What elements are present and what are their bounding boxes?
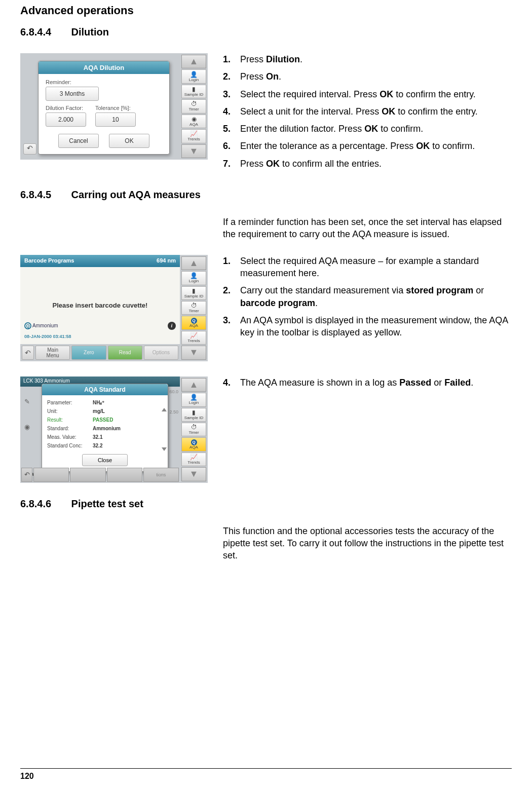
- section-title: Carring out AQA measures: [71, 189, 201, 200]
- sample-id-button[interactable]: ▮Sample ID: [181, 286, 206, 300]
- list-item: 3.Select the required interval. Press OK…: [223, 88, 512, 100]
- screenshot-barcode-programs: Barcode Programs 694 nm Please insert ba…: [20, 255, 208, 361]
- timer-button[interactable]: ⏱Timer: [181, 99, 206, 113]
- section-number: 6.8.4.4: [20, 26, 68, 38]
- dialog-aqa-dilution: AQA Dilution Reminder: 3 Months Dilution…: [38, 61, 170, 155]
- result-row: Parameter:NH₄⁺: [47, 398, 163, 407]
- result-row: Meas. Value:32.1: [47, 433, 163, 441]
- zero-button[interactable]: Zero: [71, 346, 106, 360]
- list-item: 4.Select a unit for the interval. Press …: [223, 105, 512, 118]
- dialog-title: AQA Dilution: [39, 61, 169, 74]
- back-button[interactable]: ↶: [22, 346, 34, 360]
- list-item: 3.An AQA symbol is displayed in the meas…: [223, 314, 512, 339]
- scroll-up-icon[interactable]: ▲: [181, 55, 206, 68]
- dilution-steps: 1.Press Dilution.2.Press On.3.Select the…: [223, 53, 512, 170]
- program-title: Barcode Programs: [24, 257, 74, 265]
- login-button[interactable]: 👤Login: [181, 393, 206, 406]
- reminder-button[interactable]: 3 Months: [46, 87, 99, 101]
- page-header: Advanced operations: [20, 0, 512, 26]
- reminder-label: Reminder:: [46, 79, 162, 85]
- insert-cuvette-message: Please insert barcode cuvette!: [53, 302, 148, 309]
- dialog-aqa-standard: AQA Standard Parameter:NH₄⁺Unit:mg/LResu…: [42, 384, 168, 472]
- timer-button[interactable]: ⏱Timer: [181, 301, 206, 315]
- dilution-factor-button[interactable]: 2.000: [46, 112, 86, 127]
- top-bar: Barcode Programs 694 nm: [20, 255, 180, 267]
- ammonium-label[interactable]: QAmmonium: [24, 322, 58, 329]
- axis-values: 60.0 2.50: [169, 389, 178, 415]
- section-heading-dilution: 6.8.4.4 Dilution: [20, 26, 512, 38]
- carrying-out-steps-2: 4.The AQA measure is shown in a log as P…: [223, 376, 512, 389]
- close-button[interactable]: Close: [82, 454, 128, 466]
- scroll-up-icon[interactable]: ▲: [181, 256, 206, 270]
- sample-id-button[interactable]: ▮Sample ID: [181, 85, 206, 98]
- intro-paragraph: If a reminder function has been set, onc…: [223, 216, 512, 241]
- edit-icon[interactable]: ✎: [22, 397, 32, 407]
- toolbar-sidebar: ▲ 👤Login ▮Sample ID ⏱Timer ◉AQA 📈Trends …: [180, 53, 208, 160]
- strip-btn[interactable]: [33, 468, 69, 482]
- list-item: 2.Carry out the standard measurement via…: [223, 284, 512, 309]
- bottom-strip: ↶ tions: [20, 467, 180, 483]
- ok-button[interactable]: OK: [109, 134, 149, 148]
- left-icons: ✎ ◉: [22, 397, 32, 432]
- back-button[interactable]: ↶: [23, 143, 36, 155]
- page-number: 120: [20, 772, 512, 781]
- section-number: 6.8.4.6: [20, 498, 68, 510]
- read-button[interactable]: Read: [108, 346, 142, 360]
- result-row: Unit:mg/L: [47, 407, 163, 416]
- dialog-scrollbar[interactable]: [162, 408, 167, 451]
- trends-button[interactable]: 📈Trends: [181, 453, 206, 466]
- result-row: Standard Conc:32.2: [47, 441, 163, 450]
- scroll-down-icon[interactable]: ▼: [181, 467, 206, 481]
- scroll-down-icon[interactable]: ▼: [181, 346, 206, 359]
- result-row: Result:PASSED: [47, 416, 163, 424]
- pipette-intro: This function and the optional accessori…: [223, 525, 512, 562]
- section-number: 6.8.4.5: [20, 189, 68, 201]
- section-title: Dilution: [71, 26, 109, 37]
- tolerance-label: Tolerance [%]:: [95, 105, 136, 111]
- q-icon[interactable]: ◉: [22, 422, 32, 432]
- login-button[interactable]: 👤Login: [181, 271, 206, 285]
- list-item: 5.Enter the dilution factor. Press OK to…: [223, 123, 512, 135]
- list-item: 6.Enter the tolerance as a percentage. P…: [223, 140, 512, 152]
- strip-btn[interactable]: [107, 468, 142, 482]
- login-button[interactable]: 👤Login: [181, 69, 206, 83]
- section-heading-pipette: 6.8.4.6 Pipette test set: [20, 498, 512, 510]
- list-item: 2.Press On.: [223, 70, 512, 83]
- tolerance-button[interactable]: 10: [95, 112, 136, 127]
- screenshot-aqa-standard: LCK 303 Ammonium 60.0 2.50 ✎ ◉ AQA Stand…: [20, 376, 208, 483]
- datetime: 08-JAN-2000 03:41:58: [24, 334, 71, 339]
- wavelength: 694 nm: [157, 257, 176, 265]
- section-title: Pipette test set: [71, 498, 143, 509]
- list-item: 1.Select the required AQA measure – for …: [223, 255, 512, 280]
- list-item: 1.Press Dilution.: [223, 53, 512, 65]
- page-footer: 120: [20, 768, 512, 781]
- info-icon[interactable]: i: [168, 322, 176, 330]
- timer-button[interactable]: ⏱Timer: [181, 423, 206, 436]
- screenshot-aqa-dilution: AQA Dilution Reminder: 3 Months Dilution…: [20, 53, 208, 160]
- dialog-title: AQA Standard: [42, 384, 168, 395]
- bottom-toolbar: ↶ Main Menu Zero Read Options: [20, 344, 180, 361]
- main-area: Please insert barcode cuvette! QAmmonium…: [20, 267, 180, 344]
- aqa-button[interactable]: ◉AQA: [181, 115, 206, 128]
- toolbar-sidebar: ▲ 👤Login ▮Sample ID ⏱Timer QAQA 📈Trends …: [180, 376, 208, 483]
- list-item: 4.The AQA measure is shown in a log as P…: [223, 376, 512, 389]
- strip-btn[interactable]: [70, 468, 105, 482]
- toolbar-sidebar: ▲ 👤Login ▮Sample ID ⏱Timer QAQA 📈Trends …: [180, 255, 208, 361]
- aqa-button-yellow[interactable]: QAQA: [181, 316, 206, 329]
- section-heading-carrying-out: 6.8.4.5 Carring out AQA measures: [20, 189, 512, 201]
- options-btn[interactable]: tions: [143, 468, 179, 482]
- dilution-factor-label: Dilution Factor:: [46, 105, 86, 111]
- trends-button[interactable]: 📈Trends: [181, 331, 206, 345]
- back-button[interactable]: ↶: [21, 468, 32, 482]
- options-button[interactable]: Options: [144, 346, 178, 360]
- sample-id-button[interactable]: ▮Sample ID: [181, 408, 206, 422]
- result-row: Standard:Ammonium: [47, 424, 163, 433]
- carrying-out-steps-1: 1.Select the required AQA measure – for …: [223, 255, 512, 339]
- cancel-button[interactable]: Cancel: [58, 134, 99, 148]
- aqa-button-yellow[interactable]: QAQA: [181, 437, 206, 451]
- main-menu-button[interactable]: Main Menu: [35, 346, 70, 360]
- trends-button[interactable]: 📈Trends: [181, 129, 206, 143]
- scroll-up-icon[interactable]: ▲: [181, 378, 206, 392]
- scroll-down-icon[interactable]: ▼: [181, 144, 206, 158]
- list-item: 7.Press OK to confirm all the entries.: [223, 158, 512, 170]
